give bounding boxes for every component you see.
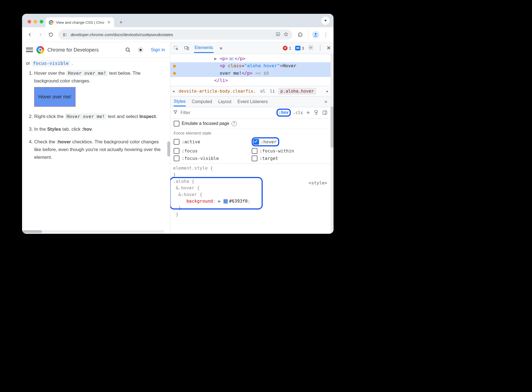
emulate-focused-label: Emulate a focused page (182, 121, 229, 126)
tab-event-listeners[interactable]: Event Listeners (237, 97, 268, 106)
step-1: Hover over the Hover over me! text below… (34, 69, 166, 108)
scrollbar-thumb[interactable] (331, 106, 334, 148)
crumb-item[interactable]: devsite-article-body.clearfix. (178, 88, 257, 94)
step-2: Right-click the Hover over me! text and … (34, 113, 166, 120)
install-app-icon[interactable] (275, 32, 281, 38)
devtools-panel: Elements » 1 3 ⋮ ✕ ▶ <p></p> (170, 42, 334, 234)
checkbox-target[interactable] (252, 155, 257, 161)
state-hover[interactable]: :hover (252, 137, 327, 146)
errors-badge[interactable]: 1 (283, 46, 291, 50)
collapsed-ellipsis-icon[interactable] (229, 57, 234, 61)
checkbox-active[interactable] (174, 139, 179, 145)
messages-badge[interactable]: 3 (295, 46, 304, 50)
more-tabs-icon[interactable]: » (218, 45, 224, 51)
url-text: developer.chrome.com/docs/devtools/css#p… (71, 32, 273, 37)
emulate-focused-checkbox[interactable] (174, 121, 179, 127)
toggle-cls-button[interactable]: .cls (293, 110, 303, 115)
checkbox-focus-within[interactable] (252, 148, 257, 154)
instruction-list: Hover over the Hover over me! text below… (26, 69, 166, 161)
hover-demo-box[interactable]: Hover over me! (34, 87, 76, 107)
dom-line[interactable]: ▶ <p></p> (170, 55, 331, 62)
tab-elements[interactable]: Elements (194, 43, 214, 53)
dom-line-close[interactable]: </li> (170, 77, 331, 84)
svg-rect-11 (323, 111, 327, 114)
chrome-menu-button[interactable]: ⋮ (321, 30, 330, 39)
device-toolbar-icon[interactable] (184, 45, 190, 51)
svg-point-5 (139, 49, 142, 51)
dom-selected-line[interactable]: <p class="aloha hover">Hover (170, 62, 331, 69)
force-state-title: Force element state (174, 131, 327, 136)
style-source-link[interactable]: <style> (309, 180, 327, 186)
tab-computed[interactable]: Computed (192, 97, 212, 106)
new-tab-button[interactable]: + (117, 18, 125, 26)
tab-layout[interactable]: Layout (218, 97, 231, 106)
styles-filter-input[interactable] (180, 110, 274, 116)
highlighted-rule-outline (170, 177, 263, 210)
toggle-sidebar-icon[interactable] (322, 110, 328, 116)
devtools-vertical-scrollbar[interactable] (331, 54, 334, 234)
css-rules-panel[interactable]: element.style { } <style> .aloha { &.hov… (170, 164, 331, 220)
search-icon[interactable] (123, 45, 133, 55)
horizontal-scrollbar[interactable] (23, 230, 165, 233)
chrome-logo-icon (36, 46, 44, 54)
code-hover-over-me-2: Hover over me! (65, 113, 106, 120)
sign-in-link[interactable]: Sign in (151, 47, 165, 53)
page-viewport: Chrome for Developers Sign in or focus-v… (22, 42, 170, 234)
tab-search-button[interactable] (321, 17, 330, 25)
site-info-icon[interactable] (62, 32, 68, 37)
state-focus-within[interactable]: :focus-within (252, 148, 327, 154)
toggle-hov-button[interactable]: :hov (276, 109, 291, 117)
crumb-left-arrow-icon[interactable]: ◀ (171, 89, 175, 93)
new-style-rule-icon[interactable]: + (305, 110, 311, 116)
devtools-tabbar: Elements » 1 3 ⋮ ✕ (170, 42, 334, 54)
crumb-item[interactable]: ol (259, 88, 267, 94)
tab-styles[interactable]: Styles (174, 97, 186, 106)
checkbox-focus[interactable] (174, 148, 179, 154)
settings-gear-icon[interactable] (308, 45, 314, 52)
chrome-favicon-icon (49, 20, 53, 25)
extensions-icon[interactable] (296, 30, 305, 39)
reload-button[interactable] (46, 30, 55, 39)
inspect-element-icon[interactable] (173, 45, 179, 51)
help-icon[interactable]: ? (232, 121, 237, 126)
window-minimize-button[interactable] (34, 20, 37, 23)
svg-rect-8 (187, 47, 189, 50)
address-bar[interactable]: developer.chrome.com/docs/devtools/css#p… (58, 29, 292, 40)
styles-tabbar: Styles Computed Layout Event Listeners » (170, 96, 331, 107)
crumb-right-arrow-icon[interactable]: ▶ (326, 89, 329, 93)
computed-styles-icon[interactable] (313, 110, 319, 116)
checkbox-hover[interactable] (253, 139, 259, 145)
browser-toolbar: developer.chrome.com/docs/devtools/css#p… (22, 27, 334, 42)
browser-tab[interactable]: View and change CSS | Chro ✕ (45, 17, 114, 27)
tab-strip: View and change CSS | Chro ✕ + (22, 14, 334, 27)
devtools-close-button[interactable]: ✕ (327, 45, 331, 51)
profile-avatar-icon (312, 31, 319, 38)
theme-toggle-icon[interactable] (136, 45, 145, 55)
state-focus[interactable]: :focus (174, 148, 249, 154)
styles-more-tabs-icon[interactable]: » (324, 99, 327, 104)
nav-back-button[interactable] (25, 30, 34, 39)
window-maximize-button[interactable] (40, 20, 43, 23)
messages-icon (295, 46, 300, 50)
site-menu-button[interactable] (26, 46, 33, 53)
crumb-item[interactable]: li (269, 88, 276, 94)
content-vertical-scrollbar[interactable] (167, 141, 170, 157)
site-header: Chrome for Developers Sign in (22, 42, 170, 58)
bookmark-star-icon[interactable] (283, 32, 289, 38)
tab-close-button[interactable]: ✕ (107, 20, 111, 25)
crumb-selected[interactable]: p.aloha.hover (278, 88, 316, 95)
state-target[interactable]: :target (252, 155, 327, 161)
svg-rect-1 (63, 35, 65, 36)
profile-button[interactable] (308, 30, 319, 39)
nav-forward-button[interactable] (36, 30, 45, 39)
state-active[interactable]: :active (174, 139, 249, 145)
checkbox-focus-visible[interactable] (174, 155, 179, 161)
filter-funnel-icon[interactable] (173, 110, 178, 116)
force-state-panel: Force element state :active :hover :focu… (170, 129, 331, 164)
svg-point-4 (126, 48, 129, 51)
window-close-button[interactable] (28, 20, 31, 23)
dom-tree[interactable]: ▶ <p></p> <p class="aloha hover">Hover o… (170, 54, 331, 86)
window-controls (26, 20, 45, 27)
state-focus-visible[interactable]: :focus-visible (174, 155, 249, 161)
devtools-menu-button[interactable]: ⋮ (318, 47, 323, 49)
